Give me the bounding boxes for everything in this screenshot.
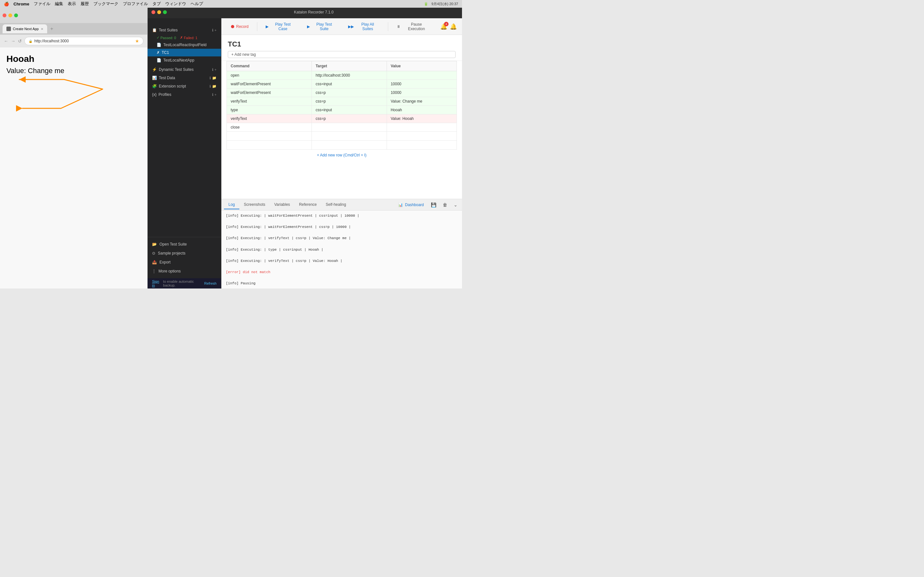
tab-close-button[interactable]: ✕ (41, 27, 43, 31)
extension-info-icon[interactable]: ℹ (210, 84, 211, 89)
cell-target-6[interactable] (312, 123, 387, 132)
file-menu[interactable]: ファイル (34, 1, 50, 7)
cell-target-3[interactable]: css=p (312, 97, 387, 106)
bookmarks-menu[interactable]: ブックマーク (94, 1, 118, 7)
info-icon[interactable]: ℹ (212, 28, 213, 32)
pause-execution-button[interactable]: ⏸ Pause Execution (392, 20, 435, 33)
cell-command-2[interactable]: waitForElementPresent (227, 89, 312, 97)
sidebar-item-tc1[interactable]: ✗ TC1 (148, 49, 221, 56)
cell-command-8[interactable] (227, 141, 312, 150)
log-tab-log[interactable]: Log (224, 200, 239, 210)
cell-command-6[interactable]: close (227, 123, 312, 132)
cell-command-0[interactable]: open (227, 71, 312, 80)
profiles-add-icon[interactable]: + (215, 93, 216, 97)
url-input[interactable]: 🔒 http://localhost:3000 ★ (24, 37, 144, 45)
profiles-menu[interactable]: プロファイル (123, 1, 148, 7)
sidebar-item-extension[interactable]: 🧩 Extension script ℹ 📁 (148, 82, 221, 90)
notification-icon[interactable]: 🔔 4 (440, 23, 447, 30)
cell-value-8[interactable] (387, 141, 457, 150)
cell-target-0[interactable]: http://localhost:3000 (312, 71, 387, 80)
cell-value-1[interactable]: 10000 (387, 80, 457, 89)
play-test-suite-button[interactable]: ▶ Play Test Suite (302, 20, 341, 33)
close-button[interactable] (3, 13, 6, 17)
cell-command-3[interactable]: verifyText (227, 97, 312, 106)
table-row[interactable] (227, 141, 457, 150)
sidebar-item-test-local-next[interactable]: 📄 TestLocalNextApp (148, 56, 221, 64)
sidebar-item-profiles[interactable]: {x} Profiles ℹ + (148, 90, 221, 99)
sidebar-item-test-suites[interactable]: 📋 Test Suites ℹ + (148, 26, 221, 34)
cell-target-2[interactable]: css=p (312, 89, 387, 97)
cell-command-4[interactable]: type (227, 106, 312, 114)
sidebar-item-test-data[interactable]: 📊 Test Data ℹ 📁 (148, 74, 221, 82)
dashboard-button[interactable]: 📊 Dashboard (396, 202, 426, 208)
katalon-minimize-button[interactable] (157, 10, 161, 14)
help-menu[interactable]: ヘルプ (191, 1, 203, 7)
refresh-link[interactable]: Refresh (204, 282, 216, 285)
cell-target-7[interactable] (312, 132, 387, 141)
cell-value-2[interactable]: 10000 (387, 89, 457, 97)
forward-button[interactable]: → (11, 39, 15, 44)
reload-button[interactable]: ↺ (18, 39, 22, 44)
cell-target-5[interactable]: css=p (312, 114, 387, 123)
record-button[interactable]: Record (226, 23, 253, 31)
cell-command-1[interactable]: waitForElementPresent (227, 80, 312, 89)
sidebar-item-test-local-react[interactable]: 📄 TestLocalReactInputField (148, 41, 221, 49)
cell-command-5[interactable]: verifyText (227, 114, 312, 123)
add-row-link[interactable]: + Add new row (Cmd/Ctrl + I) (226, 150, 457, 161)
table-row[interactable]: waitForElementPresentcss=p10000 (227, 89, 457, 97)
sidebar-item-export[interactable]: 📤 Export (148, 258, 221, 267)
sign-in-link[interactable]: Sign in (152, 279, 162, 287)
chrome-menu-item[interactable]: Chrome (13, 2, 29, 6)
save-log-button[interactable]: 💾 (429, 201, 438, 208)
table-row[interactable]: openhttp://localhost:3000 (227, 71, 457, 80)
cell-value-3[interactable]: Value: Change me (387, 97, 457, 106)
extension-folder-icon[interactable]: 📁 (212, 84, 216, 89)
log-tab-self-healing[interactable]: Self-healing (321, 200, 351, 210)
table-row[interactable]: verifyTextcss=pValue: Hooah (227, 114, 457, 123)
dynamic-add-icon[interactable]: + (215, 68, 216, 72)
cell-target-8[interactable] (312, 141, 387, 150)
dynamic-info-icon[interactable]: ℹ (212, 68, 213, 72)
cell-value-7[interactable] (387, 132, 457, 141)
new-tab-button[interactable]: + (48, 26, 55, 32)
add-tag-button[interactable]: + Add new tag (228, 51, 456, 58)
cell-value-0[interactable] (387, 71, 457, 80)
minimize-button[interactable] (8, 13, 12, 17)
sidebar-item-sample[interactable]: ⊙ Sample projects (148, 249, 221, 258)
back-button[interactable]: ← (4, 39, 8, 44)
cell-target-1[interactable]: css=input (312, 80, 387, 89)
history-menu[interactable]: 履歴 (81, 1, 89, 7)
cell-value-5[interactable]: Value: Hooah (387, 114, 457, 123)
play-all-suites-button[interactable]: ▶▶ Play All Suites (344, 20, 384, 33)
cell-value-4[interactable]: Hooah (387, 106, 457, 114)
bookmark-icon[interactable]: ★ (135, 39, 139, 44)
cell-value-6[interactable] (387, 123, 457, 132)
browser-tab-create-next-app[interactable]: Create Next App ✕ (3, 24, 47, 33)
edit-menu[interactable]: 編集 (55, 1, 63, 7)
clear-log-button[interactable]: 🗑 (441, 201, 449, 208)
test-data-folder-icon[interactable]: 📁 (212, 76, 216, 80)
collapse-log-button[interactable]: ⌄ (452, 201, 459, 208)
sidebar-item-more-options[interactable]: ⋮ More options (148, 267, 221, 276)
log-tab-reference[interactable]: Reference (294, 200, 321, 210)
log-tab-variables[interactable]: Variables (270, 200, 294, 210)
table-row[interactable]: waitForElementPresentcss=input10000 (227, 80, 457, 89)
katalon-close-button[interactable] (152, 10, 155, 14)
add-suite-icon[interactable]: + (215, 28, 216, 32)
sidebar-item-dynamic-suites[interactable]: ⚡ Dynamic Test Suites ℹ + (148, 65, 221, 74)
log-tab-screenshots[interactable]: Screenshots (239, 200, 270, 210)
maximize-button[interactable] (14, 13, 18, 17)
view-menu[interactable]: 表示 (68, 1, 76, 7)
cell-command-7[interactable] (227, 132, 312, 141)
window-menu[interactable]: ウィンドウ (165, 1, 186, 7)
play-test-case-button[interactable]: ▶ Play Test Case (261, 20, 300, 33)
test-data-info-icon[interactable]: ℹ (210, 76, 211, 80)
katalon-maximize-button[interactable] (163, 10, 167, 14)
sidebar-item-open-suite[interactable]: 📂 Open Test Suite (148, 240, 221, 249)
table-row[interactable] (227, 132, 457, 141)
profiles-info-icon[interactable]: ℹ (212, 93, 213, 97)
alert-icon[interactable]: 🔔 (450, 23, 457, 30)
table-row[interactable]: close (227, 123, 457, 132)
tab-menu[interactable]: タブ (152, 1, 161, 7)
table-row[interactable]: typecss=inputHooah (227, 106, 457, 114)
